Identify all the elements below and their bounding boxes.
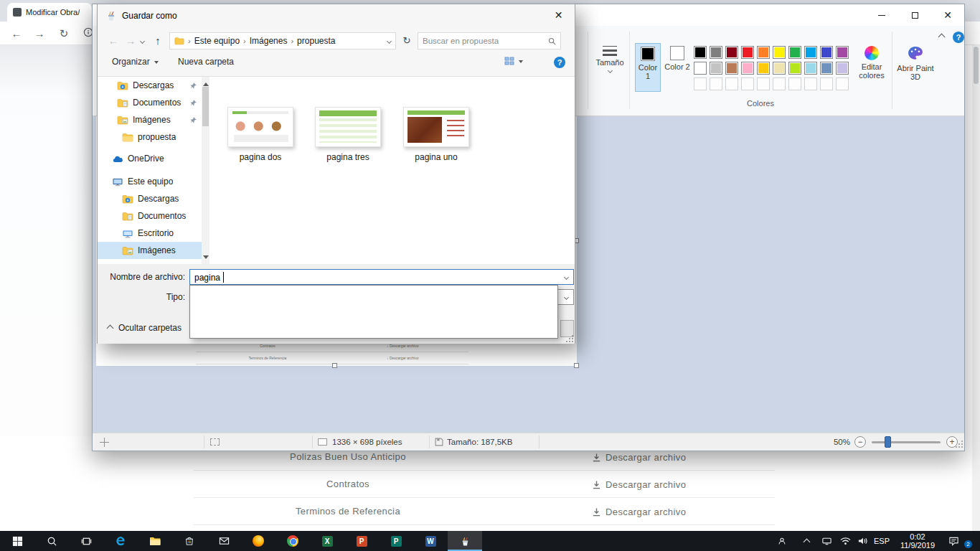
powerpoint-button[interactable] — [344, 531, 379, 551]
address-dropdown-icon[interactable] — [387, 38, 392, 43]
palette-color-swatch[interactable] — [820, 46, 833, 59]
browser-tab[interactable]: Modificar Obra/ — [7, 3, 92, 22]
volume-button[interactable] — [854, 531, 871, 551]
breadcrumb-item[interactable]: Imágenes — [250, 36, 288, 46]
palette-color-swatch[interactable] — [757, 62, 770, 75]
breadcrumb-item[interactable]: Este equipo — [194, 36, 240, 46]
collapse-ribbon-icon[interactable] — [938, 34, 946, 41]
download-link[interactable]: Descargar archivo — [592, 498, 686, 525]
publisher-button[interactable] — [379, 531, 413, 551]
new-folder-button[interactable]: Nueva carpeta — [178, 57, 234, 67]
sidebar-item-descargas[interactable]: Descargas — [98, 77, 202, 94]
sidebar-item-imágenes[interactable]: Imágenes — [98, 242, 202, 259]
sidebar-item-este-equipo[interactable]: Este equipo — [98, 173, 202, 190]
palette-color-swatch[interactable] — [694, 46, 707, 59]
wifi-button[interactable] — [837, 531, 854, 551]
palette-color-swatch[interactable] — [804, 62, 817, 75]
network-button[interactable] — [818, 531, 835, 551]
palette-empty-slot[interactable] — [741, 77, 754, 90]
mail-button[interactable] — [207, 531, 241, 551]
palette-color-swatch[interactable] — [725, 46, 738, 59]
scrollbar-thumb[interactable] — [974, 47, 979, 84]
up-icon[interactable]: ↑ — [149, 32, 166, 50]
palette-color-swatch[interactable] — [788, 46, 801, 59]
browser-forward-icon[interactable]: → — [32, 26, 47, 42]
file-item-pagina-uno[interactable]: pagina uno — [393, 107, 479, 162]
palette-color-swatch[interactable] — [741, 46, 754, 59]
edge-button[interactable] — [103, 531, 138, 551]
palette-color-swatch[interactable] — [804, 46, 817, 59]
file-item-pagina-dos[interactable]: pagina dos — [217, 107, 303, 162]
palette-color-swatch[interactable] — [757, 46, 770, 59]
history-chevron-icon[interactable] — [140, 39, 145, 44]
search-input[interactable] — [423, 34, 543, 48]
palette-color-swatch[interactable] — [820, 62, 833, 75]
palette-color-swatch[interactable] — [773, 62, 786, 75]
filename-input[interactable]: pagina — [189, 269, 574, 285]
views-button[interactable] — [504, 57, 523, 65]
palette-color-swatch[interactable] — [788, 62, 801, 75]
page-scrollbar[interactable] — [972, 45, 980, 531]
excel-button[interactable] — [310, 531, 344, 551]
palette-empty-slot[interactable] — [804, 77, 817, 90]
back-icon[interactable]: ← — [105, 32, 122, 50]
help-icon[interactable]: ? — [953, 32, 964, 43]
dialog-resize-grip[interactable] — [566, 335, 573, 342]
breadcrumb-item[interactable]: propuesta — [297, 36, 335, 46]
scroll-up-icon[interactable] — [203, 80, 209, 86]
sidebar-item-documentos[interactable]: Documentos — [98, 207, 202, 225]
store-button[interactable] — [172, 531, 207, 551]
palette-color-swatch[interactable] — [741, 62, 754, 75]
open-paint3d-button[interactable]: Abrir Paint 3D — [896, 43, 935, 92]
browser-back-icon[interactable]: ← — [9, 26, 24, 42]
download-link[interactable]: Descargar archivo — [592, 471, 686, 498]
sidebar-item-escritorio[interactable]: Escritorio — [98, 225, 202, 242]
palette-color-swatch[interactable] — [836, 62, 849, 75]
action-center-button[interactable] — [944, 531, 963, 551]
browser-reload-icon[interactable]: ↻ — [56, 26, 72, 42]
canvas-resize-handle[interactable] — [574, 363, 579, 368]
task-view-button[interactable] — [69, 531, 103, 551]
edit-colors-button[interactable]: Editar colores — [854, 43, 889, 92]
palette-color-swatch[interactable] — [710, 62, 722, 75]
language-indicator[interactable]: ESP — [871, 531, 892, 551]
search-icon[interactable] — [548, 37, 556, 45]
file-item-pagina-tres[interactable]: pagina tres — [305, 107, 391, 162]
file-explorer-button[interactable] — [138, 531, 172, 551]
resize-grip[interactable] — [954, 441, 963, 449]
size-button[interactable]: Tamaño — [593, 43, 626, 92]
close-button[interactable]: ✕ — [931, 4, 964, 26]
taskbar-search-button[interactable] — [34, 531, 69, 551]
maximize-button[interactable] — [898, 4, 931, 26]
palette-empty-slot[interactable] — [773, 77, 786, 90]
dialog-help-icon[interactable]: ? — [554, 57, 565, 68]
zoom-out-button[interactable]: − — [854, 436, 866, 448]
palette-empty-slot[interactable] — [710, 77, 722, 90]
organize-button[interactable]: Organizar — [112, 57, 159, 67]
filetype-dropdown-panel[interactable] — [189, 285, 558, 339]
sidebar-item-imágenes[interactable]: Imágenes — [98, 111, 202, 128]
palette-color-swatch[interactable] — [725, 62, 738, 75]
palette-color-swatch[interactable] — [836, 46, 849, 59]
palette-empty-slot[interactable] — [694, 77, 707, 90]
palette-empty-slot[interactable] — [836, 77, 849, 90]
color2-button[interactable]: Color 2 — [664, 43, 690, 92]
sidebar-item-documentos[interactable]: Documentos — [98, 94, 202, 111]
palette-empty-slot[interactable] — [788, 77, 801, 90]
forward-icon[interactable]: → — [122, 32, 139, 50]
palette-empty-slot[interactable] — [757, 77, 770, 90]
palette-empty-slot[interactable] — [820, 77, 833, 90]
color1-button[interactable]: Color 1 — [635, 43, 661, 92]
minimize-button[interactable] — [865, 4, 898, 26]
taskbar-clock[interactable]: 0:02 11/9/2019 — [892, 532, 943, 550]
palette-color-swatch[interactable] — [694, 62, 707, 75]
start-button[interactable] — [0, 531, 34, 551]
firefox-button[interactable] — [241, 531, 275, 551]
breadcrumb[interactable]: › Este equipo › Imágenes › propuesta — [169, 32, 396, 50]
canvas-resize-handle[interactable] — [332, 363, 337, 368]
filetype-dropdown-icon[interactable] — [560, 291, 573, 303]
palette-color-swatch[interactable] — [710, 46, 722, 59]
palette-color-swatch[interactable] — [773, 46, 786, 59]
sidebar-item-descargas[interactable]: Descargas — [98, 190, 202, 207]
sidebar-item-propuesta[interactable]: propuesta — [98, 128, 202, 146]
